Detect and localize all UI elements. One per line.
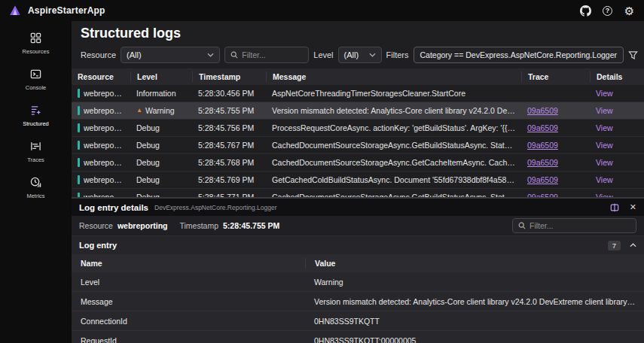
github-icon[interactable] [580,5,591,17]
property-row[interactable]: ConnectionId 0HN83SS9TKQTT [72,311,644,331]
resource-filter-label: Resource [81,50,116,59]
app-title: AspireStarterApp [28,5,105,16]
details-view-link[interactable]: View [596,123,613,132]
close-icon[interactable]: ✕ [630,203,636,211]
details-panel-subtitle: DevExpress.AspNetCore.Reporting.Logger [154,204,277,211]
resource-name: webreporting [84,141,124,150]
property-row[interactable]: RequestId 0HN83SS9TKQTT:00000005 [72,331,644,343]
log-entry-details-panel: Log entry details DevExpress.AspNetCore.… [72,197,644,343]
column-header-timestamp: Timestamp [192,71,266,82]
search-icon [518,222,526,229]
property-count-badge: 7 [608,241,621,250]
trace-link[interactable]: 09a6509 [527,141,558,150]
column-header-value: Value [305,258,644,269]
details-resource-value: webreporting [118,221,168,230]
column-header-trace: Trace [521,71,590,82]
resource-color-bar [78,175,80,184]
topbar-actions: ? ⚙ [580,5,635,17]
resource-cell: webreporting [72,158,130,167]
message-cell: GetCachedColdBuildStatusAsync. Document … [266,175,521,184]
chevron-down-icon [369,53,376,57]
sidebar-item-traces[interactable]: Traces [10,135,63,166]
sidebar-item-structured[interactable]: Structured [10,99,63,130]
resource-filter-select[interactable]: (All) [121,47,220,63]
filter-funnel-icon[interactable] [628,50,638,60]
resource-cell: webreporting [72,106,130,115]
message-cell: CachedDocumentSourceStorageAsync.GetCach… [266,158,521,167]
resource-color-bar [78,158,80,167]
property-row[interactable]: Level Warning [72,272,644,292]
log-table-row[interactable]: webreporting ▲ Debug 5:28:45.756 PM Proc… [72,120,644,137]
trace-link[interactable]: 09a6509 [527,123,558,132]
column-header-level: Level [130,71,192,82]
resource-name: webreporting [84,106,124,115]
trace-link[interactable]: 09a6509 [527,106,558,115]
timestamp-cell: 5:28:45.767 PM [192,141,266,150]
property-name: ConnectionId [72,317,305,326]
resource-color-bar [78,89,80,98]
log-table-row[interactable]: webreporting ▲ Debug 5:28:45.769 PM GetC… [72,172,644,189]
resource-cell: webreporting [72,175,130,184]
metrics-icon [28,175,44,190]
log-search-input[interactable] [242,50,303,59]
properties-table-header: Name Value [72,254,644,272]
column-header-details: Details [590,71,644,82]
timestamp-cell: 5:28:45.768 PM [192,158,266,167]
trace-cell: 09a6509 [521,141,590,150]
category-filter-chip[interactable]: Category == DevExpress.AspNetCore.Report… [414,47,624,63]
level-cell: ▲ Warning [130,106,192,115]
log-table-row[interactable]: webreporting ▲ Warning 5:28:45.755 PM Ve… [72,102,644,120]
log-table-row[interactable]: webreporting ▲ Debug 5:28:45.768 PM Cach… [72,154,644,172]
details-filter-box[interactable] [512,218,636,233]
level-text: Debug [136,123,160,132]
traces-icon [28,138,44,154]
settings-icon[interactable]: ⚙ [624,5,635,17]
sidebar-item-resources[interactable]: Resources [10,27,63,58]
details-view-link[interactable]: View [596,106,613,115]
message-cell: CachedDocumentSourceStorageAsync.GetBuil… [266,141,521,150]
log-search-box[interactable] [224,47,309,63]
filter-toolbar-right: Level (All) Filters Category == DevExpre… [224,47,638,63]
resource-color-bar [78,123,80,132]
details-cell: View [590,106,644,115]
sidebar-item-console[interactable]: Console [10,63,63,94]
log-table-header: Resource Level Timestamp Message Trace D… [72,68,644,85]
sidebar-item-metrics[interactable]: Metrics [10,172,63,202]
split-panel-icon[interactable] [610,203,619,212]
details-panel-header: Log entry details DevExpress.AspNetCore.… [72,199,644,216]
level-cell: ▲ Debug [130,158,192,167]
level-cell: ▲ Information [130,89,192,98]
sidebar-label-metrics: Metrics [26,193,44,199]
resource-cell: webreporting [72,141,130,150]
details-cell: View [590,123,644,132]
property-row[interactable]: Message Version mismatch detected: Analy… [72,292,644,311]
timestamp-cell: 5:28:45.756 PM [192,123,266,132]
details-view-link[interactable]: View [596,175,613,184]
trace-link[interactable]: 09a6509 [527,175,558,184]
details-filter-input[interactable] [530,221,630,230]
level-cell: ▲ Debug [130,175,192,184]
level-text: Debug [136,141,160,150]
details-view-link[interactable]: View [596,158,613,167]
log-table-row[interactable]: webreporting ▲ Information 5:28:30.456 P… [72,85,644,102]
page-title: Structured logs [72,21,644,43]
details-view-link[interactable]: View [596,89,613,98]
level-filter-select[interactable]: (All) [338,47,382,63]
timestamp-cell: 5:28:30.456 PM [192,89,266,98]
log-table-row[interactable]: webreporting ▲ Debug 5:28:45.767 PM Cach… [72,137,644,154]
details-view-link[interactable]: View [596,141,613,150]
resource-color-bar [78,106,80,115]
main-content: Structured logs Resource (All) Level [72,21,644,343]
column-header-message: Message [266,71,521,82]
level-text: Information [136,89,176,98]
message-cell: Version mismatch detected: Analytics-Cor… [266,106,521,115]
trace-link[interactable]: 09a6509 [527,158,558,167]
level-text: Debug [136,158,160,167]
filters-label: Filters [386,50,409,59]
help-icon[interactable]: ? [602,5,613,17]
chevron-up-icon[interactable] [630,243,636,247]
timestamp-cell: 5:28:45.769 PM [192,175,266,184]
property-name: Level [72,278,305,287]
timestamp-cell: 5:28:45.755 PM [192,106,266,115]
level-cell: ▲ Debug [130,123,192,132]
